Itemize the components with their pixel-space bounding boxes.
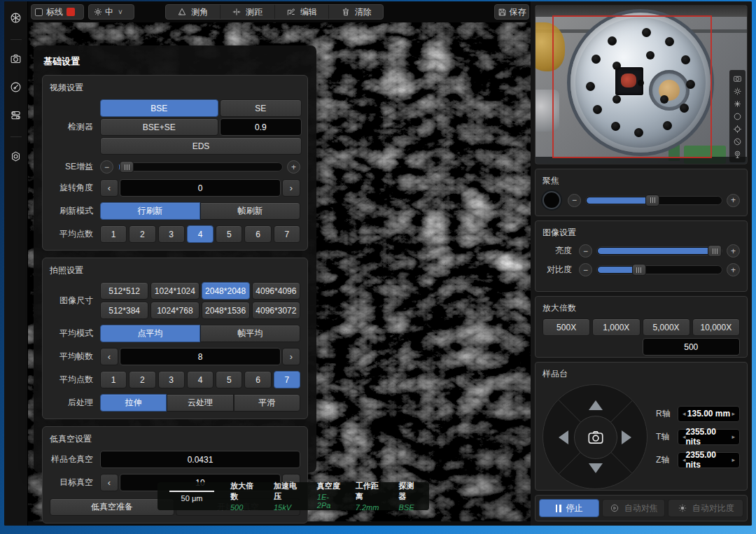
stage-down-button[interactable] [589, 463, 603, 473]
post-stretch-button[interactable]: 拉伸 [100, 394, 167, 412]
photo-avg-point-button[interactable]: 2 [129, 371, 155, 388]
axis-decrement-icon[interactable]: ◂ [682, 410, 686, 417]
image-size-button[interactable]: 2048*1536 [202, 302, 250, 319]
contrast-slider-handle[interactable] [632, 264, 646, 276]
video-avg-point-button[interactable]: 4 [187, 225, 214, 243]
avg-frames-increment-button[interactable]: › [282, 348, 300, 365]
stop-button[interactable]: 停止 [539, 499, 599, 517]
magnification-button[interactable]: 500X [542, 318, 590, 336]
webcam-icon[interactable] [733, 149, 743, 159]
axis-increment-icon[interactable]: ▸ [732, 433, 735, 440]
magnification-value-input[interactable]: 500 [643, 338, 741, 356]
camera-icon[interactable] [8, 51, 24, 66]
refresh-frame-button[interactable]: 帧刷新 [200, 202, 300, 220]
rotation-increment-button[interactable]: › [282, 179, 300, 197]
toggles-icon[interactable] [8, 107, 24, 122]
disable-icon[interactable] [733, 136, 743, 146]
focus-minus-button[interactable]: − [568, 194, 581, 207]
snapshot-icon[interactable] [733, 73, 743, 83]
photo-avg-point-button[interactable]: 3 [158, 371, 185, 388]
autocontrast-button[interactable]: 自动对比度 [668, 499, 743, 517]
edit-button[interactable]: 编辑 [275, 5, 330, 19]
detector-bse-button[interactable]: BSE [100, 99, 218, 117]
save-button[interactable]: 保存 [494, 4, 529, 20]
measure-distance-button[interactable]: 测距 [220, 5, 275, 19]
detector-bse-se-button[interactable]: BSE+SE [100, 118, 218, 136]
contrast-minus-button[interactable]: − [579, 263, 592, 276]
video-avg-point-button[interactable]: 7 [274, 225, 300, 243]
sparkle-icon[interactable] [733, 99, 743, 108]
stage-right-button[interactable] [622, 430, 631, 444]
rotation-decrement-button[interactable]: ‹ [100, 179, 118, 197]
axis-value-field[interactable]: ◂ 135.00 mm ▸ [678, 406, 740, 422]
marker-checkbox[interactable] [35, 8, 43, 16]
clear-button[interactable]: 清除 [329, 5, 383, 19]
axis-value-field[interactable]: ◂ 2355.00 nits ▸ [678, 452, 740, 468]
circle-icon[interactable] [733, 111, 743, 121]
magnification-button[interactable]: 5,000X [643, 318, 690, 336]
image-size-button[interactable]: 2048*2048 [202, 282, 250, 300]
magnification-button[interactable]: 1,000X [592, 318, 640, 336]
se-gain-slider[interactable]: − + [100, 160, 300, 174]
se-gain-slider-handle[interactable] [120, 161, 134, 173]
avg-mode-frame-button[interactable]: 帧平均 [200, 325, 300, 342]
post-smooth-button[interactable]: 平滑 [234, 394, 300, 412]
detector-eds-button[interactable]: EDS [100, 137, 302, 155]
image-size-button[interactable]: 4096*3072 [252, 302, 300, 319]
image-size-button[interactable]: 512*384 [100, 302, 148, 319]
detector-se-button[interactable]: SE [220, 99, 302, 117]
image-size-button[interactable]: 1024*1024 [150, 282, 199, 300]
video-avg-point-button[interactable]: 3 [158, 225, 185, 243]
focus-plus-button[interactable]: + [727, 194, 740, 207]
photo-avg-point-button[interactable]: 5 [216, 371, 242, 388]
brightness-minus-button[interactable]: − [579, 244, 592, 258]
measure-angle-button[interactable]: 测角 [166, 5, 220, 19]
autofocus-button[interactable]: 自动对焦 [602, 499, 665, 517]
refresh-line-button[interactable]: 行刷新 [100, 202, 200, 220]
video-avg-point-button[interactable]: 1 [100, 225, 127, 243]
avg-mode-point-button[interactable]: 点平均 [100, 325, 200, 342]
video-avg-point-button[interactable]: 5 [216, 225, 242, 243]
target-vacuum-decrement-button[interactable]: ‹ [100, 474, 118, 491]
brightness-slider-handle[interactable] [708, 245, 722, 257]
video-avg-point-button[interactable]: 2 [129, 225, 155, 243]
stage-up-button[interactable] [589, 400, 603, 410]
marker-color-swatch[interactable] [66, 8, 75, 16]
photo-avg-point-button[interactable]: 6 [244, 371, 271, 388]
video-avg-point-button[interactable]: 6 [244, 225, 271, 243]
focus-slider[interactable]: − + [568, 194, 740, 207]
contrast-plus-button[interactable]: + [727, 263, 740, 276]
detector-mix-input[interactable]: 0.9 [220, 118, 302, 136]
post-cloud-button[interactable]: 云处理 [167, 394, 233, 412]
dial-icon[interactable] [8, 79, 24, 94]
chamber-camera-preview[interactable] [535, 5, 748, 164]
avg-frames-decrement-button[interactable]: ‹ [100, 348, 118, 365]
photo-avg-point-button[interactable]: 7 [274, 371, 300, 388]
crosshair-icon[interactable] [733, 124, 743, 134]
gear-icon[interactable] [733, 86, 743, 96]
brightness-slider[interactable]: − + [579, 244, 740, 258]
stage-camera-button[interactable] [574, 416, 617, 459]
rotation-value-input[interactable]: 0 [120, 179, 281, 197]
axis-increment-icon[interactable]: ▸ [732, 410, 735, 417]
axis-value-field[interactable]: ◂ 2355.00 nits ▸ [678, 429, 740, 445]
image-size-button[interactable]: 512*512 [100, 282, 148, 300]
avg-frames-value-input[interactable]: 8 [120, 348, 281, 365]
brightness-dropdown[interactable]: 中 ˅ [88, 4, 134, 20]
aperture-icon[interactable] [8, 10, 24, 25]
magnification-button[interactable]: 10,000X [692, 318, 740, 336]
contrast-slider[interactable]: − + [579, 263, 740, 276]
image-size-button[interactable]: 1024*768 [150, 302, 199, 319]
axis-increment-icon[interactable]: ▸ [732, 456, 735, 463]
stage-left-button[interactable] [559, 430, 568, 444]
se-gain-plus-button[interactable]: + [287, 160, 300, 174]
brightness-plus-button[interactable]: + [727, 244, 740, 258]
focus-slider-handle[interactable] [645, 195, 659, 206]
image-size-button[interactable]: 4096*4096 [252, 282, 300, 300]
photo-avg-point-button[interactable]: 4 [187, 371, 214, 388]
vacuum-prepare-button[interactable]: 低真空准备 [50, 498, 174, 516]
focus-knob-icon[interactable] [542, 191, 561, 209]
se-gain-minus-button[interactable]: − [100, 160, 113, 174]
nut-settings-icon[interactable] [8, 148, 24, 164]
photo-avg-point-button[interactable]: 1 [100, 371, 127, 388]
